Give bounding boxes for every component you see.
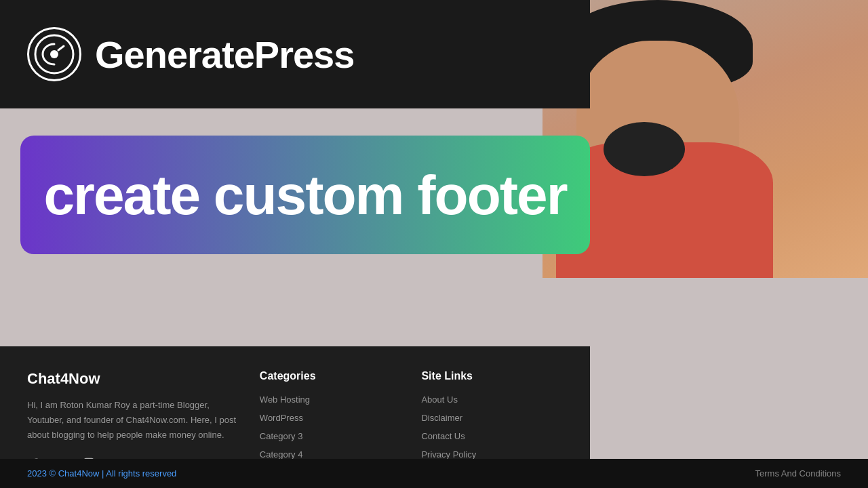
category-link-category3[interactable]: Category 3 [260, 431, 401, 441]
copyright-text: 2023 © Chat4Now | All rights reserved [27, 468, 176, 479]
footer-categories-column: Categories Web Hosting WordPress Categor… [260, 370, 422, 471]
footer-about-column: Chat4Now Hi, I am Roton Kumar Roy a part… [27, 370, 260, 471]
footer-brand: Chat4Now [27, 370, 239, 388]
banner-text: create custom footer [43, 167, 566, 223]
sitelink-privacy[interactable]: Privacy Policy [421, 449, 563, 460]
sitelink-disclaimer[interactable]: Disclaimer [421, 413, 563, 423]
copyright-rights: All rights reserved [106, 468, 176, 479]
top-section: GeneratePress create custom footer [0, 0, 868, 278]
footer-bottom-bar: 2023 © Chat4Now | All rights reserved Te… [0, 459, 868, 488]
category-link-wordpress[interactable]: WordPress [260, 413, 401, 423]
category-link-web-hosting[interactable]: Web Hosting [260, 394, 401, 405]
sitelinks-title: Site Links [421, 370, 563, 382]
sitelink-contact[interactable]: Contact Us [421, 431, 563, 441]
svg-point-1 [50, 50, 58, 58]
footer-description: Hi, I am Roton Kumar Roy a part-time Blo… [27, 398, 239, 443]
brand-name: GeneratePress [95, 33, 354, 77]
categories-title: Categories [260, 370, 401, 382]
logo-circle [27, 27, 81, 81]
sitelink-about[interactable]: About Us [421, 394, 563, 405]
footer-sitelinks-column: Site Links About Us Disclaimer Contact U… [421, 370, 563, 471]
category-link-category4[interactable]: Category 4 [260, 449, 401, 460]
terms-link[interactable]: Terms And Conditions [755, 468, 841, 479]
header-bar: GeneratePress [0, 0, 590, 108]
banner: create custom footer [20, 136, 590, 254]
copyright-base: 2023 © Chat4Now | [27, 468, 106, 479]
person-image [542, 0, 868, 278]
